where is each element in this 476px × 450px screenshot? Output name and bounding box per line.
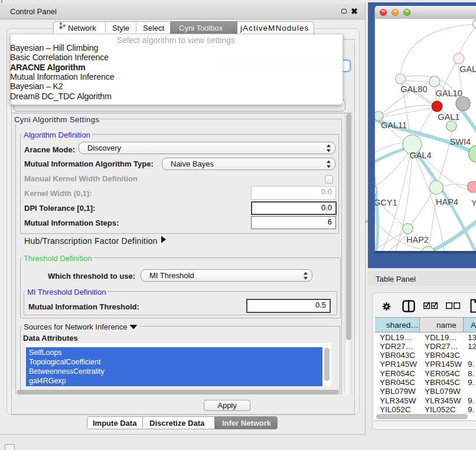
svg-text:HAP4: HAP4 bbox=[436, 197, 458, 206]
svg-text:GAL80: GAL80 bbox=[400, 84, 427, 93]
svg-text:GAL11: GAL11 bbox=[381, 120, 407, 130]
svg-text:GAL10: GAL10 bbox=[436, 88, 462, 97]
svg-text:SWI4: SWI4 bbox=[450, 137, 471, 146]
svg-text:HAP2: HAP2 bbox=[406, 235, 429, 244]
svg-text:GAL2: GAL2 bbox=[459, 64, 476, 74]
svg-text:GCY1: GCY1 bbox=[375, 197, 397, 207]
svg-text:GAL4: GAL4 bbox=[409, 150, 431, 159]
svg-text:GAL1: GAL1 bbox=[438, 112, 459, 121]
svg-text:Y: Y bbox=[471, 198, 476, 207]
